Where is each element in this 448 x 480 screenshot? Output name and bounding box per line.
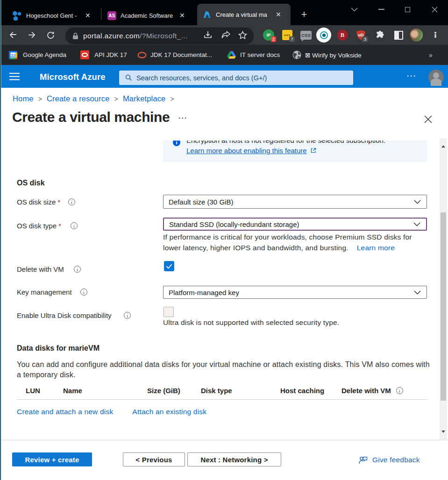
svg-text:22: 22 [11, 53, 15, 57]
